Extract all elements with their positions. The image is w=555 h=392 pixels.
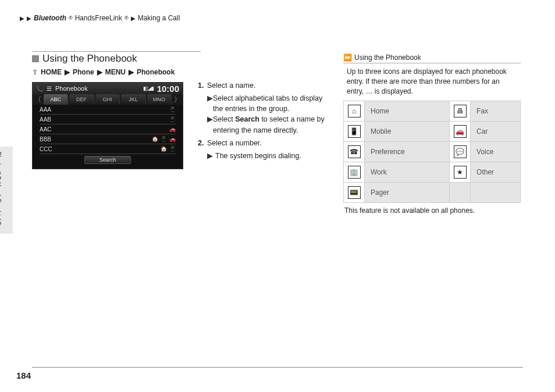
legend-label: Pager	[365, 183, 450, 203]
contact-type-icon: 📱	[169, 106, 176, 112]
section-title: Using the Phonebook	[42, 53, 137, 65]
contact-type-icon: 📱	[169, 116, 176, 122]
contact-type-icon: 🚗	[169, 126, 176, 132]
legend-label: Voice	[471, 142, 521, 162]
breadcrumb: ▶ ▶ Bluetooth® HandsFreeLink® ▶ Making a…	[20, 14, 180, 22]
side-tab: Bluetooth® HandsFreeLink®	[0, 147, 13, 234]
step-text: Select a number.	[207, 138, 332, 148]
legend-label: Mobile	[365, 122, 450, 142]
contact-type-icons: 🏠📱	[161, 146, 176, 152]
triangle-right-icon: ▶	[207, 93, 213, 114]
icon-legend-table: ⌂Home🖷Fax📱Mobile🚗Car☎Preference💬Voice🏢Wo…	[343, 101, 521, 203]
chevron-right-icon: ▶	[20, 15, 24, 22]
chevron-right-icon: ▶	[97, 68, 102, 76]
car-icon: 🚗	[454, 125, 467, 138]
nav-path-item: MENU	[105, 68, 126, 76]
page-number: 184	[16, 370, 31, 380]
legend-label: Work	[365, 162, 450, 183]
phonebook-row[interactable]: BBB🏠📱🚗	[40, 134, 176, 144]
signal-icon: ▮▯◢▮	[143, 85, 154, 91]
contact-type-icons: 📱	[169, 106, 176, 112]
phone-icon: 📞	[36, 85, 43, 92]
contact-name: AAC	[40, 126, 52, 133]
sidebar-footnote: This feature is not available on all pho…	[343, 206, 521, 215]
phonebook-row[interactable]: AAB📱	[40, 115, 176, 124]
sidebar-intro: Up to three icons are displayed for each…	[343, 67, 521, 101]
chevron-left-icon[interactable]: 〈	[33, 94, 43, 105]
voice-icon: 💬	[454, 145, 467, 158]
nav-path-item: HOME	[41, 68, 62, 76]
nav-path-item: Phonebook	[137, 68, 175, 76]
chevron-right-icon: ▶	[129, 68, 134, 76]
clock: 10:00	[157, 84, 179, 94]
triangle-right-icon: ▶	[207, 151, 215, 161]
contact-name: BBB	[40, 136, 51, 142]
divider	[32, 367, 523, 368]
contact-type-icons: 🚗	[169, 126, 176, 132]
contact-type-icon: 🚗	[169, 136, 176, 142]
step-number: 1.	[198, 80, 207, 91]
screen-title: Phonebook	[55, 85, 140, 92]
nav-path: ⇪ HOME ▶ Phone ▶ MENU ▶ Phonebook	[32, 68, 201, 76]
square-bullet-icon	[32, 55, 39, 62]
nav-path-item: Phone	[73, 68, 94, 76]
step-number: 2.	[198, 138, 207, 148]
legend-label: Home	[365, 101, 450, 122]
double-chevron-icon: ⏩	[343, 54, 352, 62]
alpha-tab[interactable]: GHI	[95, 94, 120, 105]
sidebar-heading-text: Using the Phonebook	[354, 54, 421, 62]
triangle-right-icon: ▶	[207, 114, 213, 135]
pager-icon: 📟	[348, 186, 361, 199]
substep-text: Select Search to select a name by enteri…	[213, 114, 332, 135]
list-icon: ☰	[47, 85, 52, 92]
legend-label: Fax	[471, 101, 521, 122]
legend-label: Preference	[365, 142, 450, 162]
home-icon: ⌂	[348, 105, 361, 117]
preference-icon: ☎	[348, 145, 361, 158]
contact-type-icon: 📱	[169, 146, 176, 152]
work-icon: 🏢	[348, 166, 361, 179]
substep-text: The system begins dialing.	[215, 151, 301, 161]
side-tab-label: Bluetooth® HandsFreeLink®	[0, 151, 2, 226]
breadcrumb-item: HandsFreeLink	[75, 14, 122, 22]
legend-label: Other	[471, 162, 521, 183]
contact-name: CCC	[40, 146, 52, 152]
sidebar-heading: ⏩ Using the Phonebook	[343, 54, 521, 63]
alpha-tab[interactable]: ABC	[44, 94, 68, 105]
infotainment-screenshot: 📞 ☰ Phonebook ▮▯◢▮ 10:00 〈 ABC DEF GHI J…	[32, 82, 183, 169]
chevron-right-icon[interactable]: 〉	[172, 94, 183, 105]
chevron-right-icon: ▶	[27, 15, 31, 22]
contact-name: AAA	[40, 106, 51, 113]
other-icon: ★	[454, 166, 467, 179]
select-icon: ⇪	[32, 68, 38, 76]
contact-type-icon: 📱	[161, 136, 167, 142]
search-button[interactable]: Search	[84, 156, 131, 164]
contact-type-icon: 🏠	[152, 136, 158, 142]
substep-text: Select alphabetical tabs to display the …	[213, 93, 332, 114]
fax-icon: 🖷	[454, 105, 467, 117]
breadcrumb-item: Making a Call	[138, 14, 180, 22]
phonebook-row[interactable]: AAC🚗	[40, 124, 176, 134]
contact-name: AAB	[40, 116, 51, 123]
step-text: Select a name.	[207, 80, 332, 91]
section-heading: Using the Phonebook	[32, 51, 201, 65]
chevron-right-icon: ▶	[131, 15, 136, 22]
instructions: 1.Select a name. ▶Select alphabetical ta…	[198, 80, 332, 161]
mobile-icon: 📱	[348, 125, 361, 138]
alpha-tab[interactable]: JKL	[121, 94, 145, 105]
contact-type-icons: 📱	[169, 116, 176, 122]
contact-type-icon: 🏠	[161, 146, 167, 152]
contact-type-icons: 🏠📱🚗	[152, 136, 176, 142]
alpha-tab[interactable]: MNO	[147, 94, 172, 105]
chevron-right-icon: ▶	[65, 68, 70, 76]
breadcrumb-item: Bluetooth	[34, 14, 66, 22]
alpha-tab[interactable]: DEF	[69, 94, 94, 105]
phonebook-row[interactable]: AAA📱	[40, 105, 176, 115]
phonebook-row[interactable]: CCC🏠📱	[40, 144, 176, 154]
legend-label: Car	[471, 122, 521, 142]
